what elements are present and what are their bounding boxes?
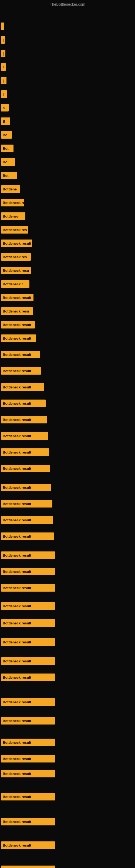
bar-item: Bottleneck result (0, 239, 135, 248)
bar-label: Bottleneck result (1, 739, 55, 746)
bar-label: Bottleneck result (1, 770, 55, 777)
bar-label: Bottleneck result (1, 717, 55, 724)
bar-item: Bottleneck result (0, 499, 135, 508)
bar-label: Bottleneck re (1, 199, 24, 207)
bar-label: Bottleneck result (1, 516, 53, 524)
bar-label: Bottleneck result (1, 532, 54, 540)
bar-item: Bottleneck result (0, 618, 135, 628)
bar-item: Bottleneck result (0, 841, 135, 850)
bar-item: Bottleneck result (0, 382, 135, 392)
bar-item: Bottleneck result (0, 350, 135, 359)
bar-item: Bottleneck result (0, 334, 135, 343)
bar-item: r (0, 62, 135, 72)
bar-item: Bottleneck resu (0, 266, 135, 275)
bar-item: Bottleneck result (0, 769, 135, 778)
bar-label: Bottleneck result (1, 294, 34, 301)
bar-item: Bottleneck result (0, 583, 135, 592)
bar-label: Bottleneck result (1, 351, 40, 358)
bar-item: Bottleneck result (0, 698, 135, 707)
bar-label: Bo (1, 158, 15, 166)
bar-label: Bottleneck result (1, 866, 55, 868)
bar-item: Bottleneck result (0, 716, 135, 725)
bar-label: Bottleneck result (1, 818, 55, 826)
bar-label: Bottleneck result (1, 638, 55, 646)
bar-label: Bottleneck result (1, 500, 52, 507)
bar-item: Bottleneck result (0, 366, 135, 375)
bar-label: Bottleneck result (1, 755, 55, 763)
bar-item: Bot (0, 144, 135, 153)
bar-item: Bottleneck result (0, 431, 135, 440)
bar-label (1, 23, 4, 30)
bar-label: Bottlene (1, 185, 20, 193)
bar-label: B (1, 118, 10, 125)
bar-item: Bottleneck result (0, 551, 135, 560)
bar-label: Bottleneck result (1, 619, 55, 627)
bar-label: Bottleneck result (1, 698, 55, 706)
bar-item: Bottleneck result (0, 656, 135, 665)
bar-label: Bottleneck result (1, 484, 51, 491)
bar-label: | (1, 90, 7, 98)
site-title: TheBottlenecker.com (50, 2, 85, 6)
bar-label: Bottleneck result (1, 465, 50, 472)
bar-label: Bottleneck result (1, 552, 55, 559)
bar-item: Bottleneck re (0, 198, 135, 207)
bar-item: B (0, 117, 135, 126)
bar-item: Bottleneck result (0, 817, 135, 826)
bar-label: Bottleneck result (1, 400, 46, 407)
bar-label: Bo (1, 131, 12, 138)
bar-item: Bottlene (0, 184, 135, 194)
bar-item: | (0, 49, 135, 58)
bar-label: Bottleneck result (1, 841, 55, 849)
bar-label: Bottleneck resu (1, 307, 33, 315)
bar-label: Bottleneck res (1, 253, 31, 261)
bar-item: s (0, 103, 135, 112)
bar-item (0, 22, 135, 31)
bar-item: Bo (0, 157, 135, 166)
bar-label: Bottleneck result (1, 448, 49, 456)
bar-item: Bottleneck result (0, 738, 135, 747)
bar-label: | (1, 50, 5, 57)
bar-label: Bottleneck result (1, 432, 48, 440)
bar-label: Bottleneck result (1, 367, 41, 375)
bar-item: Bottleneck result (0, 673, 135, 682)
bar-label: Bottleneck result (1, 416, 47, 424)
bar-label: Bottleneck result (1, 657, 55, 665)
bar-item: Bottleneck result (0, 638, 135, 647)
bar-item: Bottleneck result (0, 601, 135, 611)
bar-label: Bottleneck result (1, 240, 32, 247)
bar-item: | (0, 90, 135, 99)
bar-item: Bottleneck result (0, 293, 135, 302)
bar-item: | (0, 76, 135, 85)
bar-item: | (0, 35, 135, 44)
bar-item: Bottleneck resu (0, 307, 135, 316)
bar-item: Bottleneck result (0, 516, 135, 525)
bar-item: Bo (0, 130, 135, 140)
bar-item: Bottleneck result (0, 399, 135, 408)
bar-item: Bottleneck result (0, 532, 135, 541)
bar-item: Bottleneck r (0, 279, 135, 289)
bar-item: Bottleneck res (0, 252, 135, 261)
bar-item: Bottleneck result (0, 464, 135, 473)
bar-item: Bottlenec (0, 212, 135, 221)
bar-label: Bottleneck result (1, 335, 36, 342)
bar-label: Bottlenec (1, 212, 26, 220)
bar-label: r (1, 63, 6, 71)
bar-item: Bottleneck result (0, 320, 135, 329)
bar-label: Bottleneck resu (1, 267, 31, 274)
bar-label: Bottleneck res (1, 226, 28, 234)
bar-label: Bottleneck r (1, 280, 30, 288)
bar-item: Bottleneck result (0, 567, 135, 576)
bar-item: Bot (0, 171, 135, 180)
bar-label: Bottleneck result (1, 568, 55, 575)
bar-label: Bottleneck result (1, 584, 55, 592)
bar-label: | (1, 77, 6, 84)
bar-item: Bottleneck result (0, 483, 135, 492)
bar-label: Bottleneck result (1, 383, 44, 391)
bar-label: Bottleneck result (1, 602, 55, 610)
bar-item: Bottleneck result (0, 792, 135, 801)
bar-label: Bottleneck result (1, 321, 35, 329)
bar-label: Bot (1, 172, 17, 179)
bar-item: Bottleneck res (0, 225, 135, 235)
bar-item: Bottleneck result (0, 447, 135, 457)
bar-label: s (1, 104, 9, 112)
